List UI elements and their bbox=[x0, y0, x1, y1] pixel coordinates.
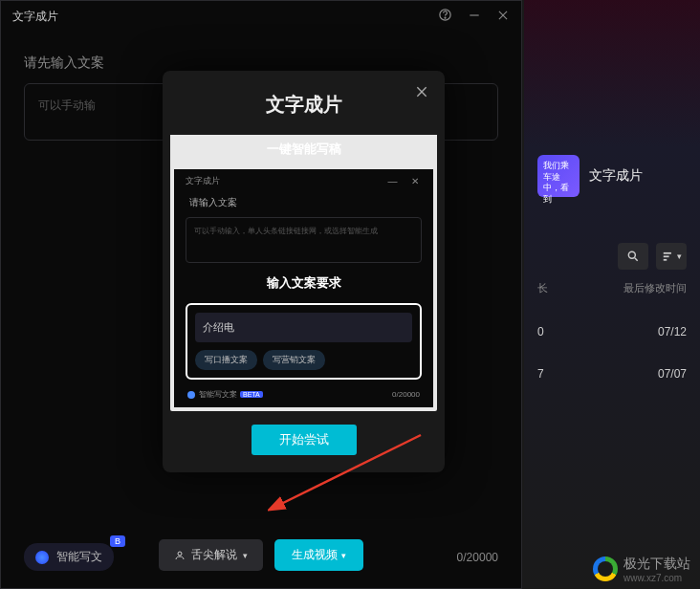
svg-rect-7 bbox=[663, 252, 670, 254]
watermark: 极光下载站 www.xz7.com bbox=[593, 555, 690, 583]
ai-dot-icon bbox=[35, 551, 49, 564]
column-duration: 长 bbox=[537, 281, 566, 295]
card-thumbnail: 我们乘车途中，看到 bbox=[537, 155, 580, 197]
preview-prompt: 请输入文案 bbox=[178, 188, 429, 213]
preview-chip: 写口播文案 bbox=[195, 350, 257, 370]
svg-point-11 bbox=[445, 17, 446, 18]
sort-button[interactable]: ▾ bbox=[656, 243, 687, 270]
recent-card[interactable]: 我们乘车途中，看到 文字成片 bbox=[537, 155, 643, 197]
column-modified: 最后修改时间 bbox=[623, 281, 687, 295]
svg-point-15 bbox=[178, 552, 182, 556]
window-title: 文字成片 bbox=[12, 9, 58, 25]
watermark-logo-icon bbox=[593, 556, 618, 581]
card-title: 文字成片 bbox=[589, 167, 643, 185]
preview-section-input: 输入文案要求 bbox=[178, 267, 429, 299]
start-button[interactable]: 开始尝试 bbox=[252, 425, 357, 455]
preview-image: 一键智能写稿 文字成片 — ✕ 请输入文案 可以手动输入，单人头条链接链接网，或… bbox=[170, 135, 437, 411]
table-row[interactable]: 0 07/12 bbox=[524, 317, 687, 346]
svg-rect-9 bbox=[663, 259, 667, 261]
preview-highlight-box: 介绍电 写口播文案 写营销文案 bbox=[186, 303, 422, 380]
svg-point-5 bbox=[628, 251, 635, 258]
search-button[interactable] bbox=[618, 243, 648, 270]
generate-video-button[interactable]: 生成视频 ▾ bbox=[274, 539, 363, 571]
minimize-icon[interactable] bbox=[468, 9, 481, 25]
watermark-name: 极光下载站 bbox=[623, 556, 690, 571]
prompt-heading: 请先输入文案 bbox=[1, 32, 521, 72]
onboarding-modal: 文字成片 一键智能写稿 文字成片 — ✕ 请输入文案 可以手动输入，单人头条链接… bbox=[163, 71, 445, 472]
main-titlebar: 文字成片 bbox=[1, 1, 521, 32]
svg-line-6 bbox=[635, 258, 638, 261]
char-counter: 0/20000 bbox=[457, 551, 498, 564]
modal-title: 文字成片 bbox=[163, 71, 445, 135]
preview-window-controls: — ✕ bbox=[387, 176, 422, 186]
preview-chip: 写营销文案 bbox=[263, 350, 325, 370]
beta-badge: B bbox=[110, 535, 125, 547]
preview-input: 介绍电 bbox=[195, 313, 412, 342]
table-row[interactable]: 7 07/07 bbox=[524, 360, 687, 388]
ai-dot-icon bbox=[187, 391, 195, 399]
preview-section-smart: 一键智能写稿 bbox=[170, 135, 437, 165]
watermark-url: www.xz7.com bbox=[623, 573, 690, 583]
svg-rect-8 bbox=[663, 255, 668, 257]
close-icon[interactable] bbox=[496, 9, 510, 25]
preview-textarea: 可以手动输入，单人头条链接链接网，或选择智能生成 bbox=[186, 217, 422, 263]
help-icon[interactable] bbox=[438, 8, 452, 25]
smart-write-button[interactable]: 智能写文 B bbox=[24, 543, 114, 571]
table-header: 长 最后修改时间 bbox=[524, 281, 700, 295]
voice-select-button[interactable]: 舌尖解说 ▾ bbox=[159, 539, 263, 571]
modal-close-icon[interactable] bbox=[414, 84, 429, 104]
